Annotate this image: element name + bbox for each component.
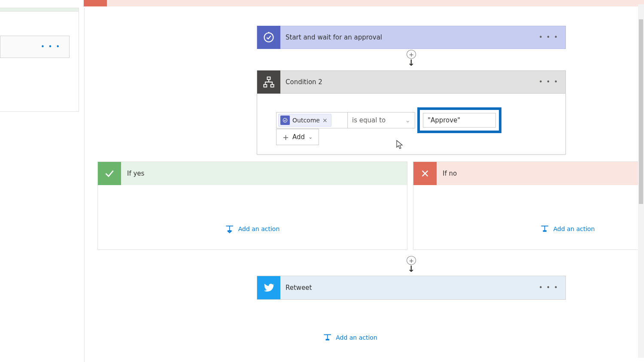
svg-point-4 <box>283 118 287 122</box>
outer-if-no-label: If no <box>113 0 127 1</box>
insert-step-button[interactable]: + ↓ <box>406 50 416 68</box>
outcome-token-label: Outcome <box>292 117 320 124</box>
outer-if-yes-header-sliver <box>0 8 79 12</box>
chevron-down-icon: ⌄ <box>405 116 410 124</box>
add-button-label: Add <box>292 133 305 141</box>
plus-icon: + <box>283 133 289 142</box>
condition-menu-button[interactable]: • • • <box>532 78 565 86</box>
arrow-down-icon: ↓ <box>408 264 415 274</box>
insert-step-button[interactable]: + ↓ <box>406 256 416 274</box>
retweet-menu-button[interactable]: • • • <box>532 284 565 292</box>
add-action-no-button[interactable]: Add an action <box>541 225 595 233</box>
scrollbar-thumb[interactable] <box>639 19 643 204</box>
svg-rect-2 <box>264 85 267 87</box>
outer-if-no-header: If no <box>84 0 644 6</box>
condition-value-highlight <box>417 107 501 133</box>
condition-header[interactable]: Condition 2 • • • <box>257 70 566 94</box>
add-condition-button[interactable]: + Add ⌄ <box>276 129 319 145</box>
add-action-icon <box>323 333 331 342</box>
mouse-cursor-icon <box>396 140 404 149</box>
approval-action-card[interactable]: Start and wait for an approval • • • <box>257 26 566 49</box>
condition-value-input[interactable] <box>423 113 496 128</box>
add-action-icon <box>225 225 234 233</box>
condition-operator-dropdown[interactable]: is equal to ⌄ <box>348 112 415 128</box>
x-icon <box>84 0 107 6</box>
if-no-branch: If no Add an action <box>413 161 644 250</box>
flow-canvas: Start and wait for an approval • • • + ↓… <box>84 8 616 362</box>
twitter-icon <box>257 276 280 299</box>
vertical-scrollbar[interactable] <box>638 4 644 358</box>
svg-rect-3 <box>271 85 274 87</box>
approval-title: Start and wait for an approval <box>280 33 532 41</box>
chevron-down-icon: ⌄ <box>308 134 313 140</box>
svg-rect-6 <box>543 230 547 231</box>
approval-token-icon <box>280 116 290 125</box>
condition-icon <box>257 70 280 94</box>
add-action-no-label: Add an action <box>553 225 595 232</box>
svg-rect-5 <box>228 230 231 231</box>
token-remove-button[interactable]: × <box>322 117 328 124</box>
if-yes-header: If yes <box>98 162 407 185</box>
add-action-yes-label: Add an action <box>238 225 280 232</box>
if-no-header: If no <box>413 162 644 185</box>
more-menu-icon[interactable]: • • • <box>41 43 61 51</box>
svg-rect-7 <box>325 339 329 340</box>
outer-if-yes-branch-partial: • • • <box>0 8 79 112</box>
add-action-icon <box>541 225 549 233</box>
x-icon <box>413 162 437 185</box>
if-yes-label: If yes <box>127 170 144 177</box>
condition-title: Condition 2 <box>280 78 532 86</box>
approval-icon <box>257 26 280 49</box>
add-action-bottom-button[interactable]: Add an action <box>323 333 377 342</box>
retweet-title: Retweet <box>280 284 532 292</box>
approval-menu-button[interactable]: • • • <box>532 33 565 41</box>
arrow-down-icon: ↓ <box>408 58 415 68</box>
check-icon <box>98 162 121 185</box>
condition-left-operand[interactable]: Outcome × <box>276 112 348 128</box>
add-action-bottom-label: Add an action <box>336 334 377 341</box>
add-action-yes-button[interactable]: Add an action <box>225 225 280 233</box>
outcome-token[interactable]: Outcome × <box>278 114 331 127</box>
if-no-label: If no <box>443 170 457 177</box>
operator-label: is equal to <box>352 116 386 124</box>
partial-action-card[interactable]: • • • <box>0 36 70 58</box>
svg-rect-1 <box>267 77 270 79</box>
condition-body: Outcome × is equal to ⌄ + Add ⌄ <box>257 94 566 155</box>
if-yes-branch: If yes Add an action <box>97 161 407 250</box>
retweet-action-card[interactable]: Retweet • • • <box>257 276 566 300</box>
